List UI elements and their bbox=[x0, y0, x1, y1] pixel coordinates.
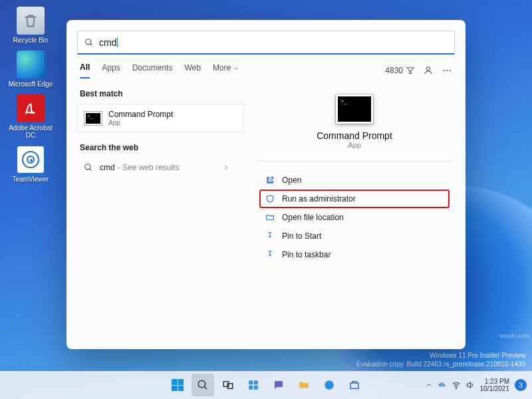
svg-point-0 bbox=[86, 39, 91, 44]
recycle-bin-icon bbox=[22, 12, 39, 29]
web-result[interactable]: cmd - See web results bbox=[77, 158, 243, 178]
desktop-icon-label: Recycle Bin bbox=[7, 37, 55, 44]
search-icon bbox=[84, 163, 93, 172]
edge-button[interactable] bbox=[318, 374, 340, 396]
svg-line-9 bbox=[204, 386, 207, 389]
trophy-icon bbox=[406, 66, 415, 75]
open-icon bbox=[265, 176, 275, 185]
svg-rect-14 bbox=[249, 386, 253, 390]
chevron-down-icon bbox=[233, 65, 239, 72]
desktop-icon-label: TeamViewer bbox=[7, 176, 55, 183]
taskbar: 1:23 PM 10/1/2021 3 bbox=[0, 371, 532, 399]
svg-point-16 bbox=[325, 380, 334, 390]
chevron-up-icon[interactable] bbox=[425, 381, 433, 389]
teamviewer-icon bbox=[22, 151, 39, 168]
search-query-text: cmd bbox=[99, 37, 116, 48]
rewards-points[interactable]: 4830 bbox=[385, 66, 415, 75]
desktop-icon-label: Adobe Acrobat DC bbox=[7, 124, 55, 139]
tab-documents[interactable]: Documents bbox=[132, 63, 173, 78]
file-explorer-button[interactable] bbox=[293, 374, 315, 396]
tab-all[interactable]: All bbox=[80, 63, 90, 78]
tab-web[interactable]: Web bbox=[184, 63, 200, 78]
taskbar-clock[interactable]: 1:23 PM 10/1/2021 bbox=[480, 378, 510, 392]
svg-line-7 bbox=[90, 169, 92, 171]
chevron-right-icon bbox=[222, 164, 230, 172]
svg-rect-13 bbox=[254, 380, 258, 384]
desktop-icon-acrobat[interactable]: Adobe Acrobat DC bbox=[7, 94, 55, 139]
folder-icon bbox=[298, 379, 310, 391]
pin-icon bbox=[265, 250, 275, 259]
desktop-icon-recycle-bin[interactable]: Recycle Bin bbox=[7, 7, 55, 44]
wifi-icon[interactable] bbox=[452, 380, 461, 390]
chat-button[interactable] bbox=[267, 374, 290, 396]
search-web-header: Search the web bbox=[80, 143, 241, 152]
svg-point-4 bbox=[446, 70, 448, 71]
svg-point-17 bbox=[456, 388, 456, 388]
desktop-icons: Recycle Bin Microsoft Edge Adobe Acrobat… bbox=[7, 7, 55, 190]
store-button[interactable] bbox=[343, 374, 366, 396]
tab-more[interactable]: More bbox=[213, 63, 239, 78]
notification-badge[interactable]: 3 bbox=[515, 379, 527, 391]
web-result-query: cmd bbox=[100, 163, 115, 172]
svg-point-5 bbox=[450, 70, 451, 71]
widgets-button[interactable] bbox=[242, 374, 265, 396]
svg-point-3 bbox=[443, 70, 444, 71]
best-match-header: Best match bbox=[80, 89, 241, 98]
action-pin-to-taskbar[interactable]: Pin to taskbar bbox=[259, 245, 450, 264]
desktop-icon-edge[interactable]: Microsoft Edge bbox=[7, 51, 55, 88]
windows-logo-icon bbox=[172, 379, 184, 391]
account-icon[interactable] bbox=[423, 65, 434, 76]
svg-point-8 bbox=[198, 380, 205, 388]
action-run-as-administrator[interactable]: Run as administrator bbox=[259, 190, 450, 208]
system-tray[interactable] bbox=[425, 380, 475, 390]
more-options-icon[interactable] bbox=[442, 65, 452, 76]
store-icon bbox=[348, 379, 360, 391]
pin-icon bbox=[265, 231, 275, 241]
shield-icon bbox=[265, 194, 275, 203]
search-input[interactable]: cmd bbox=[77, 31, 455, 55]
task-view-button[interactable] bbox=[217, 374, 239, 396]
desktop-icon-label: Microsoft Edge bbox=[7, 80, 55, 88]
windows-watermark: Windows 11 Pro Insider Preview Evaluatio… bbox=[356, 351, 525, 368]
best-match-title: Command Prompt bbox=[108, 110, 173, 119]
svg-rect-12 bbox=[249, 380, 253, 384]
preview-pane: Command Prompt App Open Run as administr… bbox=[243, 78, 466, 349]
search-icon bbox=[84, 38, 94, 47]
svg-rect-15 bbox=[254, 386, 258, 390]
action-pin-to-start[interactable]: Pin to Start bbox=[259, 227, 450, 245]
svg-line-1 bbox=[90, 43, 92, 45]
widgets-icon bbox=[247, 379, 259, 391]
taskbar-search-button[interactable] bbox=[192, 374, 214, 396]
tab-apps[interactable]: Apps bbox=[102, 63, 120, 78]
best-match-result[interactable]: Command Prompt App bbox=[77, 104, 243, 132]
taskview-icon bbox=[222, 379, 234, 391]
results-left-pane: Best match Command Prompt App Search the… bbox=[66, 78, 243, 349]
cmd-thumb-icon bbox=[84, 112, 102, 125]
action-open-file-location[interactable]: Open file location bbox=[259, 208, 450, 227]
search-panel: cmd All Apps Documents Web More 4830 Bes… bbox=[66, 20, 466, 349]
start-button[interactable] bbox=[166, 374, 189, 396]
svg-point-2 bbox=[426, 67, 430, 70]
edge-icon bbox=[323, 379, 335, 391]
preview-title: Command Prompt bbox=[259, 130, 450, 141]
desktop-icon-teamviewer[interactable]: TeamViewer bbox=[7, 146, 55, 183]
volume-icon[interactable] bbox=[466, 380, 475, 390]
svg-point-6 bbox=[85, 164, 90, 170]
folder-icon bbox=[265, 213, 275, 222]
chat-icon bbox=[273, 379, 285, 391]
web-result-desc: - See web results bbox=[118, 163, 180, 172]
action-open[interactable]: Open bbox=[259, 171, 450, 190]
corner-watermark: wsxdn.com bbox=[499, 332, 529, 339]
onedrive-icon[interactable] bbox=[438, 380, 447, 390]
search-tabs: All Apps Documents Web More 4830 bbox=[66, 55, 466, 78]
preview-subtitle: App bbox=[259, 141, 450, 149]
acrobat-icon bbox=[22, 100, 39, 117]
search-icon bbox=[197, 379, 209, 391]
best-match-subtitle: App bbox=[108, 119, 173, 126]
preview-thumb-icon bbox=[336, 94, 373, 124]
